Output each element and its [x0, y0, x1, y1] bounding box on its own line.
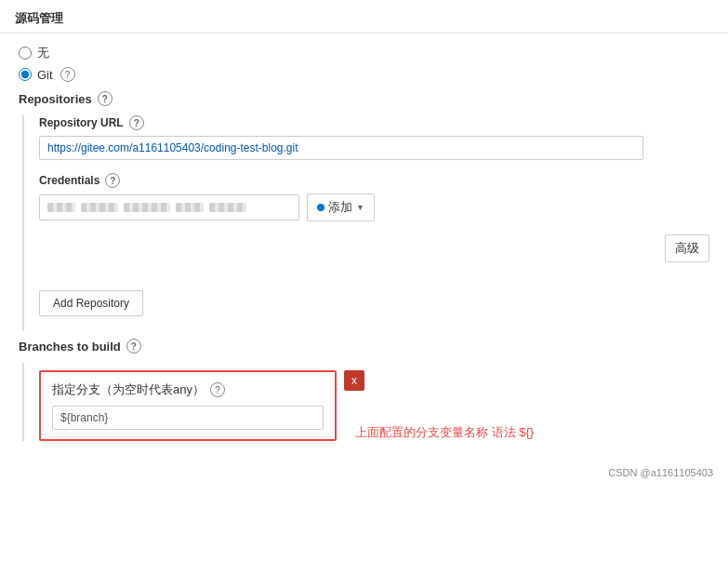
branch-panel-header: 指定分支（为空时代表any） ?	[52, 381, 324, 398]
branch-item-panel: 指定分支（为空时代表any） ? x	[39, 370, 337, 441]
blur-4	[176, 203, 204, 212]
delete-branch-button[interactable]: x	[344, 370, 364, 391]
hint-label: 上面配置的分支变量名称 语法 ${}	[355, 425, 534, 439]
blur-1	[47, 203, 75, 212]
branch-hint-text: 上面配置的分支变量名称 语法 ${}	[355, 424, 534, 441]
none-radio-row: 无	[19, 45, 709, 61]
repository-url-label-row: Repository URL ?	[39, 115, 709, 130]
git-radio[interactable]	[19, 68, 32, 81]
repositories-label-row: Repositories ?	[19, 91, 709, 106]
branches-help-icon[interactable]: ?	[126, 339, 141, 354]
add-label: 添加	[328, 199, 352, 216]
add-dot-icon	[317, 204, 324, 211]
credentials-help-icon[interactable]: ?	[105, 173, 120, 188]
branch-row: 指定分支（为空时代表any） ? x 上面配置的分支变量名称 语法 ${}	[39, 363, 709, 441]
section-title: 源码管理	[15, 11, 63, 25]
branches-label-row: Branches to build ?	[19, 339, 709, 354]
branch-panel-help-icon[interactable]: ?	[210, 382, 225, 397]
credentials-group: Credentials ? 添加 ▼	[39, 173, 709, 221]
dropdown-arrow-icon: ▼	[356, 203, 364, 212]
credentials-label-row: Credentials ?	[39, 173, 709, 188]
blur-2	[81, 203, 118, 212]
blur-5	[209, 203, 246, 212]
credentials-row: 添加 ▼	[39, 194, 709, 221]
repositories-label: Repositories	[19, 92, 92, 106]
repository-url-group: Repository URL ?	[39, 115, 709, 160]
delete-icon: x	[351, 374, 357, 387]
watermark: CSDN @a1161105403	[0, 460, 728, 482]
branches-label: Branches to build	[19, 340, 121, 354]
repository-url-input[interactable]	[39, 136, 643, 160]
none-radio[interactable]	[19, 47, 32, 60]
branches-section: Branches to build ? 指定分支（为空时代表any） ? x	[19, 339, 709, 441]
blur-3	[124, 203, 170, 212]
repository-url-label: Repository URL	[39, 116, 124, 129]
credentials-select[interactable]	[39, 194, 299, 220]
add-credentials-button[interactable]: 添加 ▼	[307, 194, 375, 221]
none-label: 无	[37, 45, 49, 61]
git-help-icon[interactable]: ?	[60, 67, 75, 82]
radio-group: 无 Git ?	[19, 45, 709, 82]
add-repository-label: Add Repository	[53, 297, 129, 310]
main-content: 无 Git ? Repositories ? Repository URL ?	[0, 33, 728, 460]
page-container: 源码管理 无 Git ? Repositories ? Repository U…	[0, 0, 728, 561]
git-radio-row: Git ?	[19, 67, 709, 82]
branch-specifier-input[interactable]	[52, 406, 324, 430]
git-panel: Repository URL ? Credentials ?	[22, 115, 709, 331]
advanced-button[interactable]: 高级	[665, 234, 709, 262]
git-label: Git	[37, 68, 53, 82]
advanced-label: 高级	[675, 240, 699, 257]
branch-panel-label: 指定分支（为空时代表any）	[52, 381, 205, 398]
section-header: 源码管理	[0, 0, 728, 33]
advanced-row: 高级	[39, 234, 709, 272]
add-repository-button[interactable]: Add Repository	[39, 290, 143, 316]
repositories-help-icon[interactable]: ?	[98, 91, 113, 106]
branches-panel: 指定分支（为空时代表any） ? x 上面配置的分支变量名称 语法 ${}	[22, 363, 709, 441]
watermark-text: CSDN @a1161105403	[608, 467, 713, 478]
credentials-label: Credentials	[39, 174, 99, 187]
url-help-icon[interactable]: ?	[129, 115, 144, 130]
